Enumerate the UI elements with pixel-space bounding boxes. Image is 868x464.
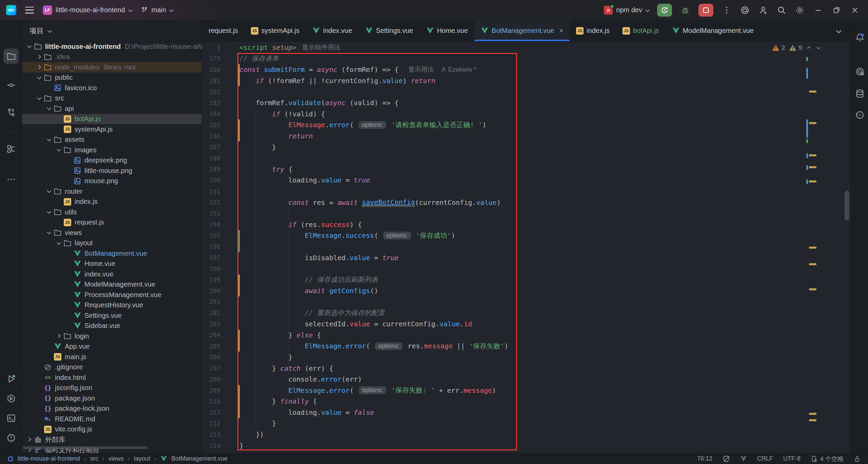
tree-item-ModelManagement.vue[interactable]: ModelManagement.vue (22, 279, 202, 290)
tool-window-history-icon[interactable] (852, 107, 867, 122)
code-line-189[interactable]: 189 try { (202, 164, 850, 175)
inspections-widget[interactable]: 2 9 (772, 44, 821, 52)
tree-item-jsconfig.json[interactable]: {}jsconfig.json (22, 383, 202, 393)
tree-item-little-mouse-ai-frontend[interactable]: little-mouse-ai-frontendD:\Project\littl… (22, 41, 202, 52)
code-with-me-button[interactable] (758, 5, 768, 15)
vcs-branch-widget[interactable]: main (141, 6, 173, 14)
tree-item-外部库[interactable]: 外部库 (22, 434, 202, 445)
tree-item-index.js[interactable]: JSindex.js (22, 197, 202, 207)
code-line-181[interactable]: 181 if (!formRef || !currentConfig.value… (202, 75, 850, 86)
restore-button[interactable] (831, 5, 842, 15)
chevron-down-icon[interactable] (25, 42, 34, 51)
breadcrumb-segment[interactable]: little-mouse-ai-frontend (18, 455, 80, 462)
code-line-199[interactable]: 199 // 保存成功后刷新列表 (202, 274, 850, 285)
chevron-down-icon[interactable] (45, 136, 53, 144)
tool-window-terminal-icon[interactable] (3, 410, 19, 426)
breadcrumb-segment[interactable]: layout (134, 455, 150, 462)
tree-item-Settings.vue[interactable]: Settings.vue (22, 310, 202, 321)
code-line-206[interactable]: 206 } (202, 352, 850, 363)
tree-item-api[interactable]: api (22, 103, 202, 114)
rerun-button[interactable] (657, 4, 672, 17)
tree-item-layout[interactable]: layout (22, 238, 202, 249)
chevron-down-icon[interactable] (45, 187, 53, 195)
read-only-toggle[interactable] (854, 456, 861, 462)
breadcrumb-segment[interactable]: views (108, 455, 124, 462)
tree-item-BotManagement.vue[interactable]: BotManagement.vue (22, 248, 202, 259)
tree-item-assets[interactable]: assets (22, 135, 202, 145)
code-line-211[interactable]: 211 loading.value = false (202, 407, 850, 418)
chevron-down-icon[interactable] (55, 239, 63, 247)
tree-item-node_modules[interactable]: node_moduleslibrary root (22, 62, 202, 73)
tab-ModelManagement.vue[interactable]: ModelManagement.vue (666, 20, 760, 41)
debug-button[interactable] (680, 5, 690, 15)
breadcrumb[interactable]: little-mouse-ai-frontend›src›views›layou… (7, 455, 228, 462)
code-line-190[interactable]: 190 loading.value = true (202, 175, 850, 186)
chevron-down-icon[interactable] (35, 74, 43, 82)
code-line-180[interactable]: 180const submitForm = async (formRef) =>… (202, 64, 850, 75)
tree-item-index.html[interactable]: <>index.html (22, 372, 202, 383)
tool-window-services-icon[interactable] (3, 391, 19, 406)
tree-item-README.md[interactable]: M↓README.md (22, 414, 202, 424)
tree-item-request.js[interactable]: JSrequest.js (22, 217, 202, 228)
chevron-right-icon[interactable] (35, 63, 43, 71)
tree-item-favicon.ico[interactable]: favicon.ico (22, 83, 202, 93)
code-line-183[interactable]: 183 formRef.validate(async (valid) => { (202, 97, 850, 109)
code-line-198[interactable]: 198 (202, 263, 850, 274)
code-line-209[interactable]: 209 ElMessage.error( options: '保存失败: ' +… (202, 385, 850, 396)
hidden-tabs-chevron-icon[interactable] (836, 28, 841, 33)
tree-item-Home.vue[interactable]: Home.vue (22, 259, 202, 269)
tree-item-vite.config.js[interactable]: JSvite.config.js (22, 424, 202, 435)
tab-systemApi.js[interactable]: JSsystemApi.js (244, 20, 306, 41)
chevron-down-icon[interactable] (45, 208, 53, 216)
minimize-button[interactable] (813, 5, 823, 15)
tab-index.js[interactable]: JSindex.js (570, 20, 616, 41)
tree-item-images[interactable]: images (22, 145, 202, 155)
tab-Home.vue[interactable]: Home.vue (420, 20, 474, 41)
code-line-210[interactable]: 210 } finally { (202, 396, 850, 407)
tree-item-little-mouse.png[interactable]: little-mouse.png (22, 166, 202, 176)
tree-item-utils[interactable]: utils (22, 207, 202, 217)
tree-item-deepseek.png[interactable]: deepseek.png (22, 155, 202, 166)
indent-selector[interactable]: 4 个空格 (811, 455, 844, 463)
editor[interactable]: 1<script setup>显示组件用法179// 保存表单180const … (202, 41, 850, 453)
code-line-207[interactable]: 207 } catch (err) { (202, 363, 850, 374)
chevron-down-icon[interactable] (45, 104, 53, 113)
line-separator-selector[interactable]: CRLF (757, 455, 773, 462)
stop-button[interactable] (698, 4, 713, 17)
tool-window-project-folder-icon[interactable] (3, 49, 19, 64)
code-line-200[interactable]: 200 await getConfigs() (202, 285, 850, 296)
tree-item-router[interactable]: router (22, 186, 202, 197)
more-actions-menu[interactable] (722, 5, 732, 15)
tab-Settings.vue[interactable]: Settings.vue (359, 20, 420, 41)
tool-window-problems-icon[interactable] (3, 430, 19, 445)
code-line-186[interactable]: 186 return (202, 131, 850, 142)
tree-item-main.js[interactable]: JSmain.js (22, 352, 202, 362)
chevron-down-icon[interactable] (35, 94, 43, 102)
tree-item-RequestHistory.vue[interactable]: RequestHistory.vue (22, 300, 202, 311)
tool-window-ai-assistant-icon[interactable] (852, 64, 867, 79)
highlighting-level-button[interactable] (723, 455, 730, 463)
code-line-213[interactable]: 213 }) (202, 429, 850, 440)
tree-item-views[interactable]: views (22, 228, 202, 238)
code-line-185[interactable]: 185 ElMessage.error( options: '请检查表单输入是否… (202, 119, 850, 131)
tool-window-database-icon[interactable] (852, 86, 867, 101)
tab-request.js[interactable]: request.js (202, 20, 244, 41)
tab-BotManagement.vue[interactable]: BotManagement.vue× (474, 20, 570, 41)
breadcrumb-segment[interactable]: BotManagement.vue (171, 455, 228, 462)
code-line-196[interactable]: 196 (202, 241, 850, 252)
project-widget[interactable]: LF little-mouse-ai-frontend (43, 5, 132, 15)
tab-close-icon[interactable]: × (559, 27, 563, 35)
code-line-208[interactable]: 208 console.error(err) (202, 374, 850, 385)
tree-item-login[interactable]: login (22, 331, 202, 342)
code-line-192[interactable]: 192 const res = await saveBotConfig(curr… (202, 197, 850, 208)
tree-item-mouse.png[interactable]: mouse.png (22, 176, 202, 187)
code-line-187[interactable]: 187 } (202, 141, 850, 153)
code-line-193[interactable]: 193 (202, 208, 850, 219)
tool-window-run-icon[interactable] (3, 371, 19, 386)
tree-item-ProcessManagement.vue[interactable]: ProcessManagement.vue (22, 290, 202, 300)
tool-window-vcs-update-icon[interactable] (3, 104, 19, 120)
tree-item-.gitignore[interactable]: .gitignore (22, 362, 202, 373)
editor-scrollbar-thumb[interactable] (845, 191, 849, 220)
tree-item-botApi.js[interactable]: JSbotApi.js (22, 114, 202, 124)
ai-assistant-button[interactable] (740, 5, 750, 15)
